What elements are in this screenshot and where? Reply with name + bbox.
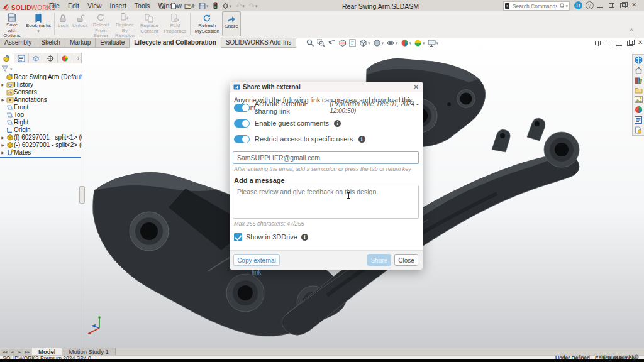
open-document-icon[interactable]: ▾ (184, 3, 195, 9)
search-caret-icon[interactable]: ▾ (565, 4, 568, 8)
filter-caret-icon[interactable]: ▾ (10, 67, 13, 71)
tree-item-origin[interactable]: Origin (0, 126, 82, 133)
doc-minimize-icon[interactable] (616, 40, 622, 46)
tree-item-front-plane[interactable]: Front (0, 103, 82, 111)
display-style-icon[interactable]: ▾ (373, 39, 384, 47)
settings-icon[interactable]: ▾ (222, 3, 232, 9)
help-icon[interactable]: ? (586, 1, 594, 9)
restrict-access-toggle[interactable] (234, 135, 250, 143)
view-settings-icon[interactable]: ▾ (428, 40, 439, 47)
displaymanager-tab[interactable] (58, 53, 72, 63)
command-search[interactable]: › ▾ (503, 1, 570, 11)
tree-item-top-plane[interactable]: Top (0, 111, 82, 118)
resources-home-tab-icon[interactable] (635, 67, 643, 74)
save-with-options-button[interactable]: Save with Options (0, 11, 24, 36)
message-textarea[interactable]: Please review and give feedback on this … (233, 185, 418, 218)
bookmarks-caret-icon[interactable]: ▾ (37, 29, 40, 33)
zoom-to-area-icon[interactable] (317, 39, 325, 47)
close-icon[interactable]: ✕ (631, 2, 638, 8)
dialog-header[interactable]: Share with external ✕ (230, 82, 423, 92)
menu-tools[interactable]: Tools (135, 2, 150, 9)
last-tab-icon[interactable]: ▶▶ (24, 349, 31, 355)
restrict-access-info-icon[interactable]: i (358, 136, 365, 143)
minimize-icon[interactable] (597, 2, 603, 8)
tree-item-annotations[interactable]: ▶ Annotations (0, 96, 82, 103)
status-tag-icon[interactable] (634, 354, 640, 359)
activate-sharing-toggle[interactable] (234, 104, 250, 112)
arrange-windows-icon[interactable] (609, 3, 614, 8)
configurationmanager-tab[interactable] (29, 53, 43, 63)
doc-pane-left-icon[interactable] (595, 41, 601, 45)
new-document-icon[interactable]: ▾ (170, 3, 180, 9)
share-button[interactable]: Share (367, 254, 391, 266)
search-input[interactable] (511, 3, 558, 10)
menu-insert[interactable]: Insert (110, 2, 126, 9)
document-settings-tab-icon[interactable] (635, 126, 642, 134)
rollback-bar[interactable] (0, 157, 80, 158)
dynamic-annotation-icon[interactable] (349, 39, 357, 47)
plm-status-icon[interactable] (213, 2, 218, 9)
tree-item-right-plane[interactable]: Right (0, 118, 82, 126)
status-units[interactable]: MMGS (608, 354, 624, 361)
tree-item-part-split1[interactable]: ▶ (f) 60297001 - split<1> (60297001) <D (0, 133, 82, 141)
tree-root[interactable]: Rear Swing Arm (Default) <Default_Displa (0, 73, 82, 80)
save-icon[interactable]: ▾ (199, 3, 209, 9)
tab-evaluate[interactable]: Evaluate (96, 38, 130, 48)
tree-panel-splitter[interactable] (79, 186, 85, 204)
tree-item-sensors[interactable]: Sensors (0, 88, 82, 96)
3dexperience-tab-icon[interactable] (635, 56, 643, 64)
guest-comments-toggle[interactable] (234, 119, 250, 128)
show-in-3ddrive-info-icon[interactable]: i (301, 234, 308, 241)
hide-show-items-icon[interactable]: ▾ (386, 39, 398, 47)
file-explorer-tab-icon[interactable] (635, 87, 643, 94)
tab-strip-chevron-icon[interactable]: › (72, 55, 81, 62)
tree-item-mates[interactable]: ▶ Mates (0, 148, 82, 156)
zoom-to-fit-icon[interactable] (306, 39, 314, 47)
tree-item-part-split2[interactable]: ▶ (-) 60297001 - split<2> (60297002) <D (0, 141, 82, 148)
tab-solidworks-add-ins[interactable]: SOLIDWORKS Add-Ins (221, 38, 296, 48)
restore-icon[interactable] (620, 3, 626, 8)
edit-appearance-icon[interactable]: ▾ (401, 39, 412, 47)
doc-pane-right-icon[interactable] (606, 41, 611, 45)
dialog-close-icon[interactable]: ✕ (414, 84, 419, 90)
bookmarks-button[interactable]: Bookmarks ▾ (24, 11, 53, 36)
apply-scene-icon[interactable]: ▾ (414, 39, 425, 47)
tree-filter[interactable]: ▾ (0, 63, 82, 73)
design-library-tab-icon[interactable] (635, 77, 642, 84)
section-view-icon[interactable] (338, 39, 347, 47)
doc-close-icon[interactable]: ✕ (638, 40, 644, 46)
appearances-tab-icon[interactable] (635, 106, 643, 114)
view-palette-tab-icon[interactable] (635, 96, 643, 103)
menu-edit[interactable]: Edit (68, 2, 79, 9)
custom-properties-tab-icon[interactable] (635, 116, 642, 124)
view-orientation-icon[interactable]: ▾ (359, 39, 370, 47)
tab-markup[interactable]: Markup (65, 38, 96, 48)
previous-view-icon[interactable] (328, 39, 336, 47)
propertymanager-tab[interactable] (14, 53, 29, 63)
first-tab-icon[interactable]: ◀◀ (1, 349, 8, 355)
guest-comments-info-icon[interactable]: i (334, 120, 341, 127)
ribbon-collapse-icon[interactable]: ^ (630, 28, 633, 34)
user-avatar[interactable]: TT (574, 1, 582, 9)
units-caret-icon[interactable]: ▾ (623, 355, 625, 359)
refresh-mysession-button[interactable]: Refresh MySession (192, 11, 222, 36)
search-icon[interactable] (560, 3, 564, 9)
tab-sketch[interactable]: Sketch (36, 38, 65, 48)
home-icon[interactable] (158, 3, 166, 9)
undo-icon[interactable]: ↶▾ (236, 2, 245, 10)
featuremanager-tab[interactable] (0, 53, 14, 63)
menu-view[interactable]: View (87, 2, 102, 9)
dimxpertmanager-tab[interactable] (43, 53, 58, 63)
redo-icon[interactable]: ↷▾ (249, 2, 258, 10)
menu-file[interactable]: File (49, 2, 60, 9)
tab-assembly[interactable]: Assembly (0, 38, 36, 48)
doc-restore-icon[interactable] (627, 41, 633, 46)
share-button-ribbon[interactable]: Share (222, 11, 240, 36)
show-in-3ddrive-checkbox[interactable] (234, 233, 242, 241)
tab-lifecycle-and-collaboration[interactable]: Lifecycle and Collaboration (130, 38, 221, 48)
prev-tab-icon[interactable]: ◀ (9, 349, 16, 355)
tree-item-history[interactable]: ▶ History (0, 80, 82, 88)
email-input[interactable] (233, 152, 418, 163)
copy-external-link-button[interactable]: Copy external link (233, 254, 280, 266)
close-button[interactable]: Close (394, 254, 418, 266)
